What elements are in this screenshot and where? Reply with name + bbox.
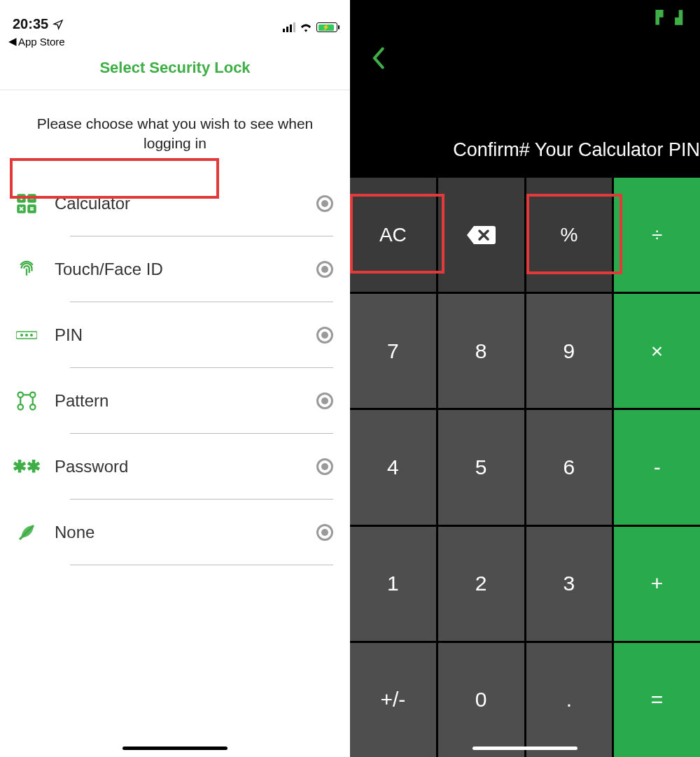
option-label: Pattern: [39, 391, 316, 411]
option-label: PIN: [39, 325, 316, 345]
svg-point-10: [18, 404, 24, 410]
chevron-left-icon: [371, 46, 385, 70]
option-none[interactable]: None: [14, 500, 333, 565]
home-indicator[interactable]: [472, 747, 578, 750]
calculator-icon: [14, 193, 39, 214]
option-pattern[interactable]: Pattern: [14, 368, 333, 434]
back-app-label: App Store: [18, 36, 65, 48]
back-button[interactable]: [371, 46, 385, 76]
option-pin[interactable]: PIN: [14, 302, 333, 368]
key-add[interactable]: +: [614, 527, 700, 641]
key-subtract[interactable]: -: [614, 410, 700, 524]
svg-point-5: [20, 334, 23, 337]
key-multiply[interactable]: ×: [614, 294, 700, 408]
fingerprint-icon: [14, 259, 39, 280]
cellular-icon: [283, 22, 296, 32]
wifi-icon: [300, 22, 312, 32]
option-calculator[interactable]: Calculator: [14, 171, 333, 236]
key-percent[interactable]: %: [526, 178, 612, 292]
svg-point-9: [30, 392, 36, 397]
back-to-app-link[interactable]: ◀ App Store: [0, 34, 350, 52]
svg-point-7: [30, 334, 33, 337]
prompt-text: Please choose what you wish to see when …: [0, 90, 350, 171]
asterisks-icon: ✱✱: [14, 457, 39, 476]
option-label: Touch/Face ID: [39, 260, 316, 279]
radio-icon: [316, 392, 333, 409]
svg-rect-3: [27, 204, 36, 213]
option-label: Password: [39, 457, 316, 476]
key-ac[interactable]: AC: [350, 178, 436, 292]
key-0[interactable]: 0: [438, 643, 524, 757]
lock-options-list: Calculator Touch/Face ID PIN: [0, 171, 350, 565]
key-3[interactable]: 3: [526, 527, 612, 641]
svg-point-11: [30, 404, 36, 410]
status-bar: ▛ ▟: [350, 0, 700, 34]
key-decimal[interactable]: .: [526, 643, 612, 757]
key-divide[interactable]: ÷: [614, 178, 700, 292]
key-backspace[interactable]: [438, 178, 524, 292]
back-caret-icon: ◀: [8, 35, 17, 48]
backspace-icon: [465, 225, 496, 246]
location-icon: [52, 19, 64, 30]
key-8[interactable]: 8: [438, 294, 524, 408]
option-password[interactable]: ✱✱ Password: [14, 434, 333, 500]
key-4[interactable]: 4: [350, 410, 436, 524]
pin-dots-icon: [14, 330, 39, 340]
svg-point-6: [25, 334, 28, 337]
key-5[interactable]: 5: [438, 410, 524, 524]
svg-point-8: [18, 392, 24, 397]
status-time: 20:35: [13, 16, 48, 32]
home-indicator[interactable]: [122, 747, 227, 750]
key-2[interactable]: 2: [438, 527, 524, 641]
key-6[interactable]: 6: [526, 410, 612, 524]
pattern-icon: [14, 390, 39, 411]
status-bar: 20:35 ⚡: [0, 0, 350, 34]
option-label: None: [39, 523, 316, 542]
none-leaf-icon: [14, 522, 39, 543]
battery-icon: ⚡: [316, 22, 337, 32]
radio-icon: [316, 524, 333, 541]
key-plus-minus[interactable]: +/-: [350, 643, 436, 757]
battery-bracket-icon: ▛ ▟: [655, 10, 685, 24]
calculator-pin-screen: ▛ ▟ Confirm# Your Calculator PIN AC % ÷ …: [350, 0, 700, 757]
key-equals[interactable]: =: [614, 643, 700, 757]
radio-icon: [316, 458, 333, 475]
radio-icon: [316, 261, 333, 278]
option-touch-face-id[interactable]: Touch/Face ID: [14, 236, 333, 302]
key-9[interactable]: 9: [526, 294, 612, 408]
key-1[interactable]: 1: [350, 527, 436, 641]
option-label: Calculator: [39, 194, 316, 213]
select-lock-screen: 20:35 ⚡ ◀ App Store Select Security Lock…: [0, 0, 350, 757]
key-7[interactable]: 7: [350, 294, 436, 408]
radio-icon: [316, 327, 333, 344]
page-title: Select Security Lock: [0, 52, 350, 90]
calculator-keypad: AC % ÷ 7 8 9 × 4 5 6 - 1 2 3 + +/- 0 . =: [350, 178, 700, 757]
confirm-pin-title: Confirm# Your Calculator PIN: [453, 139, 700, 161]
radio-icon: [316, 195, 333, 212]
